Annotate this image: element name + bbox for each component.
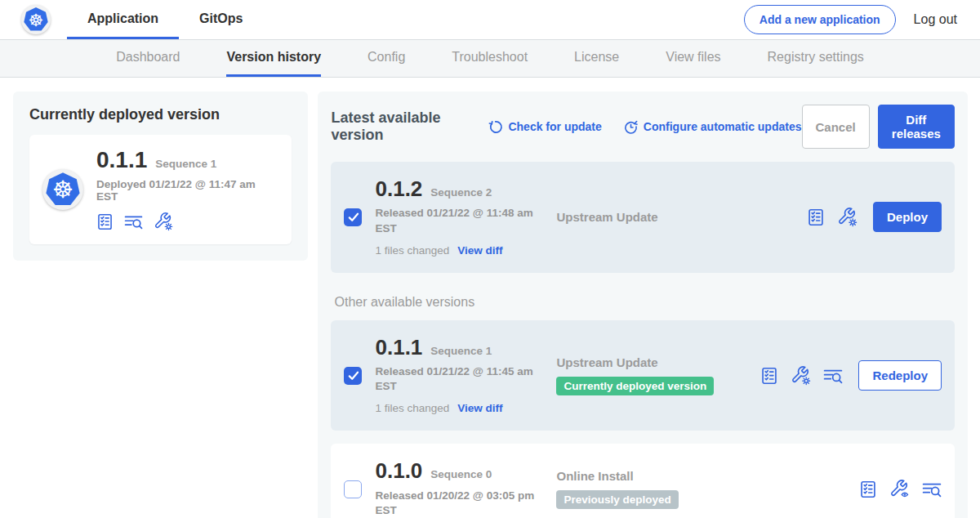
subnav-registry-settings[interactable]: Registry settings xyxy=(768,40,864,77)
version-card-0-1-1: 0.1.1 Sequence 1 Released 01/21/22 @ 11:… xyxy=(331,320,955,431)
cancel-button[interactable]: Cancel xyxy=(802,105,870,149)
clock-refresh-icon xyxy=(623,119,639,135)
check-for-update-label: Check for update xyxy=(508,120,601,133)
version-card-0-1-0: 0.1.0 Sequence 0 Released 01/20/22 @ 03:… xyxy=(331,444,955,518)
files-changed-label: 1 files changed xyxy=(375,244,449,257)
view-logs-icon[interactable] xyxy=(823,368,843,384)
subnav-troubleshoot[interactable]: Troubleshoot xyxy=(452,40,528,77)
diff-releases-button[interactable]: Diff releases xyxy=(878,105,955,149)
deployed-timestamp: Deployed 01/21/22 @ 11:47 am EST xyxy=(96,178,278,203)
subnav-config[interactable]: Config xyxy=(368,40,405,77)
released-timestamp: Released 01/20/22 @ 03:05 pm EST xyxy=(375,489,535,518)
subnav-version-history[interactable]: Version history xyxy=(226,40,321,77)
sequence-label: Sequence 1 xyxy=(430,345,492,357)
config-gear-icon[interactable] xyxy=(154,212,173,231)
version-checkbox[interactable] xyxy=(344,480,362,498)
version-source-label: Upstream Update xyxy=(556,355,760,369)
subnav-dashboard[interactable]: Dashboard xyxy=(116,40,180,77)
files-changed-label: 1 files changed xyxy=(375,402,449,414)
subnav-license[interactable]: License xyxy=(574,40,619,77)
tab-gitops[interactable]: GitOps xyxy=(179,0,263,39)
check-icon xyxy=(346,210,360,224)
deployed-version-card: ☸ 0.1.1 Sequence 1 Deployed 01/21/22 @ 1… xyxy=(29,135,292,244)
previously-deployed-badge: Previously deployed xyxy=(556,490,678,509)
version-number: 0.1.2 xyxy=(375,178,422,200)
version-source-label: Online Install xyxy=(556,469,760,483)
currently-deployed-title: Currently deployed version xyxy=(29,106,292,123)
released-timestamp: Released 01/21/22 @ 11:48 am EST xyxy=(375,206,535,235)
logout-link[interactable]: Log out xyxy=(914,12,957,27)
add-new-application-button[interactable]: Add a new application xyxy=(744,5,896,34)
available-versions-panel: Latest available version Check for updat… xyxy=(318,92,968,518)
currently-deployed-badge: Currently deployed version xyxy=(556,377,714,395)
tab-application[interactable]: Application xyxy=(67,0,179,39)
currently-deployed-panel: Currently deployed version ☸ 0.1.1 Seque… xyxy=(13,92,308,261)
version-checkbox[interactable] xyxy=(344,208,362,226)
other-versions-title: Other available versions xyxy=(334,295,955,310)
app-subnav: Dashboard Version history Config Trouble… xyxy=(0,39,980,78)
version-number: 0.1.0 xyxy=(375,460,422,482)
version-source-label: Upstream Update xyxy=(556,210,760,224)
latest-available-title: Latest available version xyxy=(331,109,474,144)
kubernetes-logo: ☸ xyxy=(21,5,51,34)
preflight-checks-icon[interactable] xyxy=(859,480,877,498)
released-timestamp: Released 01/21/22 @ 11:45 am EST xyxy=(375,364,535,394)
deployed-sequence-label: Sequence 1 xyxy=(155,158,216,170)
view-logs-icon[interactable] xyxy=(922,481,942,498)
view-diff-link[interactable]: View diff xyxy=(457,402,502,414)
config-gear-icon[interactable] xyxy=(791,365,811,386)
config-gear-icon[interactable] xyxy=(837,207,858,227)
version-card-0-1-2: 0.1.2 Sequence 2 Released 01/21/22 @ 11:… xyxy=(331,162,955,273)
top-bar: ☸ Application GitOps Add a new applicati… xyxy=(0,0,980,39)
kubernetes-wheel-icon: ☸ xyxy=(46,172,80,207)
check-icon xyxy=(346,368,360,382)
configure-auto-updates-link[interactable]: Configure automatic updates xyxy=(623,119,802,135)
kubernetes-wheel-icon: ☸ xyxy=(24,7,48,32)
preflight-checks-icon[interactable] xyxy=(807,208,825,226)
subnav-view-files[interactable]: View files xyxy=(666,40,720,77)
sequence-label: Sequence 2 xyxy=(430,186,492,199)
deploy-button[interactable]: Deploy xyxy=(873,202,942,232)
top-tabs: Application GitOps xyxy=(67,0,263,39)
sequence-label: Sequence 0 xyxy=(430,468,492,480)
redeploy-button[interactable]: Redeploy xyxy=(858,360,942,391)
version-number: 0.1.1 xyxy=(375,337,422,359)
configure-auto-updates-label: Configure automatic updates xyxy=(644,120,802,133)
preflight-checks-icon[interactable] xyxy=(760,367,778,385)
version-checkbox[interactable] xyxy=(344,367,362,385)
check-for-update-link[interactable]: Check for update xyxy=(488,119,601,135)
config-view-icon[interactable] xyxy=(889,479,910,499)
preflight-checks-icon[interactable] xyxy=(96,213,114,230)
deployed-version-number: 0.1.1 xyxy=(96,148,147,172)
view-logs-icon[interactable] xyxy=(124,214,143,230)
refresh-icon xyxy=(488,119,503,135)
view-diff-link[interactable]: View diff xyxy=(457,244,502,257)
app-logo: ☸ xyxy=(42,169,83,210)
